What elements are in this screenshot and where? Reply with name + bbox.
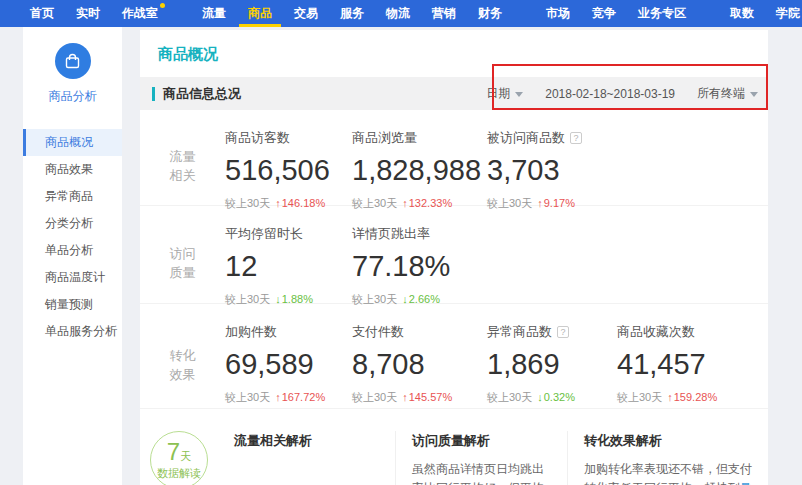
terminal-label: 所有终端 <box>697 85 745 102</box>
compare-prefix: 较上30天 <box>225 391 270 403</box>
sidebar-header: 商品分析 <box>23 27 122 105</box>
metric-label: 商品浏览量 <box>352 129 417 147</box>
chevron-down-icon <box>515 92 523 97</box>
seven-day-badge-icon: 7天 数据解读 <box>150 431 208 485</box>
badge-days: 7 <box>167 438 180 465</box>
metric-favorite-count: 商品收藏次数 41,457 较上30天159.28% <box>617 323 744 408</box>
nav-item-traffic[interactable]: 流量 <box>202 0 226 27</box>
metric-value: 8,708 <box>352 348 487 381</box>
date-type-dropdown[interactable]: 日期 <box>486 85 523 102</box>
delta-up: 167.72% <box>275 391 325 403</box>
compare-prefix: 较上30天 <box>352 197 397 209</box>
metric-visited-products: 被访问商品数? 3,703 较上30天9.17% <box>487 129 617 205</box>
metric-label: 平均停留时长 <box>225 225 303 243</box>
sidebar-section-label: 商品分析 <box>23 88 122 105</box>
sidebar-item-sales-forecast[interactable]: 销量预测 <box>23 291 122 318</box>
compare-prefix: 较上30天 <box>352 391 397 403</box>
nav-item-home[interactable]: 首页 <box>30 0 54 27</box>
metric-paid-count: 支付件数 8,708 较上30天145.57% <box>352 323 487 408</box>
help-icon[interactable]: ? <box>557 326 569 338</box>
sidebar-item-item-service-analysis[interactable]: 单品服务分析 <box>23 318 122 345</box>
delta-up: 132.33% <box>402 197 452 209</box>
metrics-row-visit-quality: 访问质量 平均停留时长 12 较上30天1.88% 详情页跳出率 77.18% … <box>140 205 768 303</box>
insight-text: 虽然商品详情页日均跳出率比同行平均好，但平均停留时间低于同行平均，请关注页面搭配… <box>412 460 553 485</box>
sidebar-item-product-thermometer[interactable]: 商品温度计 <box>23 264 122 291</box>
top-nav: 首页 实时 作战室 流量 商品 交易 服务 物流 营销 财务 市场 竞争 业务专… <box>0 0 802 27</box>
nav-item-war-room[interactable]: 作战室 <box>122 0 158 27</box>
metric-group-label: 访问质量 <box>140 225 225 303</box>
date-type-label: 日期 <box>486 85 510 102</box>
nav-item-logistics[interactable]: 物流 <box>386 0 410 27</box>
product-analysis-icon <box>55 43 91 79</box>
compare-prefix: 较上30天 <box>487 391 532 403</box>
notification-dot-icon <box>160 3 165 8</box>
nav-item-realtime[interactable]: 实时 <box>76 0 100 27</box>
sidebar-item-abnormal-products[interactable]: 异常商品 <box>23 183 122 210</box>
metric-value: 1,869 <box>487 348 617 381</box>
insight-title: 流量相关解析 <box>234 431 381 450</box>
metric-abnormal-products: 异常商品数? 1,869 较上30天0.32% <box>487 323 617 408</box>
insight-title: 转化效果解析 <box>584 431 754 450</box>
sidebar-item-category-analysis[interactable]: 分类分析 <box>23 210 122 237</box>
metric-product-visitors: 商品访客数 516,506 较上30天146.18% <box>225 129 352 205</box>
delta-down: 0.32% <box>537 391 575 403</box>
date-range-picker[interactable]: 2018-02-18~2018-03-19 <box>545 87 675 101</box>
section-accent-bar <box>152 87 155 101</box>
delta-down: 2.66% <box>402 293 440 305</box>
main-content: 商品概况 商品信息总况 日期 2018-02-18~2018-03-19 所有终… <box>140 30 768 485</box>
compare-prefix: 较上30天 <box>225 293 270 305</box>
chevron-down-icon <box>750 92 758 97</box>
compare-prefix: 较上30天 <box>352 293 397 305</box>
insight-visit-quality: 访问质量解析 虽然商品详情页日均跳出率比同行平均好，但平均停留时间低于同行平均，… <box>395 431 567 485</box>
terminal-dropdown[interactable]: 所有终端 <box>697 85 758 102</box>
delta-up: 159.28% <box>667 391 717 403</box>
sidebar-item-product-overview[interactable]: 商品概况 <box>23 129 122 156</box>
badge-days-unit: 天 <box>180 450 191 462</box>
metrics-row-conversion: 转化效果 加购件数 69,589 较上30天167.72% 支付件数 8,708… <box>140 303 768 408</box>
sidebar-item-item-analysis[interactable]: 单品分析 <box>23 237 122 264</box>
metric-value: 516,506 <box>225 154 352 187</box>
nav-item-trade[interactable]: 交易 <box>294 0 318 27</box>
nav-item-marketing[interactable]: 营销 <box>432 0 456 27</box>
metric-group-label: 流量相关 <box>140 129 225 205</box>
nav-item-product[interactable]: 商品 <box>248 0 272 27</box>
sidebar-item-product-effect[interactable]: 商品效果 <box>23 156 122 183</box>
filter-controls: 日期 2018-02-18~2018-03-19 所有终端 <box>486 77 758 110</box>
nav-item-service[interactable]: 服务 <box>340 0 364 27</box>
compare-prefix: 较上30天 <box>225 197 270 209</box>
metric-group-label: 转化效果 <box>140 323 225 408</box>
help-icon[interactable]: ? <box>570 132 582 144</box>
metric-add-cart-count: 加购件数 69,589 较上30天167.72% <box>225 323 352 408</box>
nav-item-finance[interactable]: 财务 <box>478 0 502 27</box>
section-bar: 商品信息总况 日期 2018-02-18~2018-03-19 所有终端 <box>140 77 768 110</box>
metric-label: 详情页跳出率 <box>352 225 430 243</box>
nav-item-business-zone[interactable]: 业务专区 <box>638 0 686 27</box>
insight-text: 加购转化率表现还不错，但支付转化率低于同行平均，赶快到异常商品并结合使用商品温度… <box>584 460 754 485</box>
delta-up: 146.18% <box>275 197 325 209</box>
nav-item-label: 作战室 <box>122 6 158 20</box>
metric-value: 1,828,988 <box>352 154 487 187</box>
metric-value: 3,703 <box>487 154 617 187</box>
nav-item-market[interactable]: 市场 <box>546 0 570 27</box>
metric-label: 支付件数 <box>352 323 404 341</box>
nav-item-academy[interactable]: 学院 <box>776 0 800 27</box>
compare-prefix: 较上30天 <box>487 197 532 209</box>
nav-item-data-extract[interactable]: 取数 <box>730 0 754 27</box>
delta-up: 145.57% <box>402 391 452 403</box>
compare-prefix: 较上30天 <box>617 391 662 403</box>
metrics-row-traffic: 流量相关 商品访客数 516,506 较上30天146.18% 商品浏览量 1,… <box>140 110 768 205</box>
metric-label: 被访问商品数 <box>487 129 565 147</box>
sidebar: 商品分析 商品概况 商品效果 异常商品 分类分析 单品分析 商品温度计 销量预测… <box>23 27 122 485</box>
metric-detail-bounce-rate: 详情页跳出率 77.18% 较上30天2.66% <box>352 225 487 303</box>
metric-value: 77.18% <box>352 250 487 283</box>
insights-section: 7天 数据解读 流量相关解析 访问质量解析 虽然商品详情页日均跳出率比同行平均好… <box>140 408 768 485</box>
metric-label: 商品访客数 <box>225 129 290 147</box>
section-title: 商品信息总况 <box>163 85 241 103</box>
delta-up: 9.17% <box>537 197 575 209</box>
metric-label: 加购件数 <box>225 323 277 341</box>
metric-value: 41,457 <box>617 348 744 381</box>
metric-product-pageviews: 商品浏览量 1,828,988 较上30天132.33% <box>352 129 487 205</box>
delta-down: 1.88% <box>275 293 313 305</box>
nav-item-competition[interactable]: 竞争 <box>592 0 616 27</box>
page-title: 商品概况 <box>140 30 768 77</box>
